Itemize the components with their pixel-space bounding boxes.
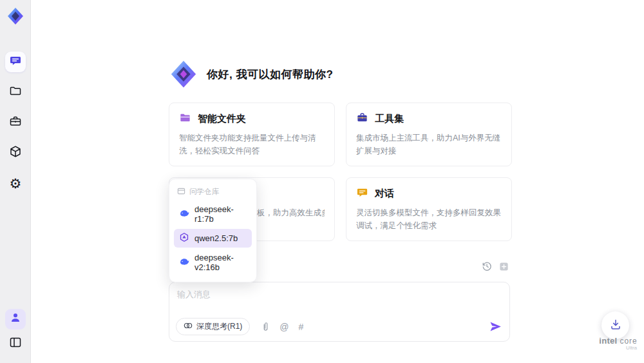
conversation-icon — [356, 186, 368, 201]
card-title: 对话 — [375, 188, 394, 200]
sidebar-item-chat[interactable] — [5, 52, 26, 72]
attachment-icon[interactable] — [261, 322, 270, 331]
card-title: 智能文件夹 — [198, 113, 246, 125]
download-icon — [610, 319, 621, 333]
download-button[interactable] — [601, 311, 629, 339]
model-option-deepseek-r1[interactable]: deepseek-r1:7b — [174, 201, 252, 227]
prompt-tag-icon[interactable]: # — [299, 322, 304, 331]
sidebar-item-models[interactable] — [5, 142, 26, 163]
composer: 深度思考(R1) @ # — [169, 282, 510, 342]
mention-icon[interactable]: @ — [279, 322, 289, 331]
chat-icon — [9, 54, 22, 70]
sidebar-bottom — [5, 309, 26, 354]
sidebar-item-folders[interactable] — [5, 82, 26, 103]
sidebar-item-settings[interactable]: ⚙ — [5, 173, 26, 193]
model-option-label: deepseek-v2:16b — [194, 253, 247, 272]
deepseek-whale-icon — [179, 257, 189, 269]
deep-think-icon — [184, 322, 193, 331]
app-logo-large-icon — [169, 59, 198, 89]
sidebar-item-account[interactable] — [5, 309, 26, 329]
intel-product-label: core — [620, 337, 637, 346]
cube-icon — [9, 145, 22, 161]
deep-think-label: 深度思考(R1) — [196, 321, 242, 332]
greeting: 你好, 我可以如何帮助你? — [169, 59, 333, 89]
chat-actions — [482, 261, 509, 271]
composer-toolbar: 深度思考(R1) @ # — [176, 318, 502, 335]
plus-square-icon[interactable] — [499, 262, 509, 271]
person-icon — [10, 312, 21, 326]
message-input[interactable] — [169, 282, 509, 315]
greeting-title: 你好, 我可以如何帮助你? — [207, 67, 333, 82]
sidebar-item-collapse[interactable] — [5, 333, 26, 354]
smart-folder-icon — [179, 112, 191, 126]
gear-icon: ⚙ — [10, 177, 22, 190]
sidebar: ⚙ — [0, 0, 31, 363]
history-icon[interactable] — [482, 261, 492, 271]
card-conversation[interactable]: 对话 灵活切换多模型文件，支持多样回复效果调试，满足个性化需求 — [346, 177, 512, 241]
app-logo-icon[interactable] — [6, 6, 25, 26]
send-icon[interactable] — [489, 321, 502, 332]
intel-brand-label: intel — [599, 336, 617, 346]
repo-icon — [177, 187, 185, 197]
composer-icons: @ # — [261, 322, 303, 331]
sidebar-item-toolset[interactable] — [5, 112, 26, 133]
model-dropdown-header-label: 问学仓库 — [189, 187, 219, 197]
model-dropdown: 问学仓库 deepseek-r1:7b qwen2.5:7b deepseek-… — [169, 179, 257, 282]
panel-icon — [9, 336, 22, 351]
card-toolset[interactable]: 工具集 集成市场上主流工具，助力AI与外界无缝扩展与对接 — [346, 103, 512, 166]
briefcase-icon — [9, 115, 22, 130]
model-option-label: qwen2.5:7b — [194, 233, 238, 243]
model-dropdown-header: 问学仓库 — [169, 183, 256, 199]
card-title: 工具集 — [375, 113, 404, 125]
folder-icon — [9, 84, 22, 100]
card-smart-folder[interactable]: 智能文件夹 智能文件夹功能支持批量文件上传与清洗，轻松实现文件问答 — [169, 103, 335, 166]
model-option-deepseek-v2[interactable]: deepseek-v2:16b — [174, 250, 252, 275]
toolset-icon — [356, 112, 368, 126]
model-option-label: deepseek-r1:7b — [194, 204, 247, 224]
intel-core-badge: intel core Ultra — [596, 336, 641, 351]
card-desc: 智能文件夹功能支持批量文件上传与清洗，轻松实现文件问答 — [179, 132, 325, 157]
intel-tier-label: Ultra — [596, 345, 641, 351]
deep-think-toggle[interactable]: 深度思考(R1) — [176, 318, 250, 335]
card-desc: 灵活切换多模型文件，支持多样回复效果调试，满足个性化需求 — [356, 206, 502, 232]
sidebar-nav: ⚙ — [5, 52, 26, 193]
card-desc: 集成市场上主流工具，助力AI与外界无缝扩展与对接 — [356, 132, 502, 157]
model-option-qwen[interactable]: qwen2.5:7b — [174, 229, 252, 248]
deepseek-whale-icon — [179, 208, 189, 221]
qwen-mark-icon — [179, 232, 189, 244]
